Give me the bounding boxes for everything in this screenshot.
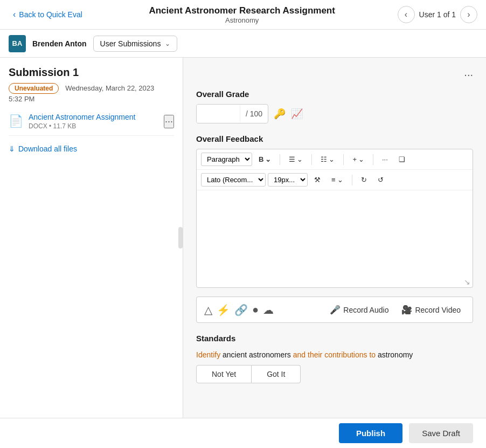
feedback-label: Overall Feedback	[196, 134, 473, 143]
assignment-title: Ancient Astronomer Research Assignment	[87, 5, 398, 16]
stats-icon[interactable]: 📈	[291, 108, 303, 120]
next-user-button[interactable]: ›	[460, 6, 477, 23]
google-drive-icon[interactable]: ●	[252, 304, 259, 316]
toolbar-sep1	[280, 154, 280, 165]
font-select[interactable]: Lato (Recom... Arial	[201, 173, 266, 187]
back-button[interactable]: ‹ Back to Quick Eval	[9, 8, 87, 22]
paragraph-select[interactable]: Paragraph Heading 1 Heading 2	[201, 153, 252, 166]
grade-section-label: Overall Grade	[196, 89, 473, 99]
file-menu-button[interactable]: ···	[164, 115, 174, 128]
camera-icon: 🎥	[401, 305, 412, 315]
standard-identify: Identify	[196, 350, 220, 359]
undo-button[interactable]: ↻	[357, 174, 371, 186]
avatar: BA	[9, 35, 26, 52]
toolbar-sep4	[373, 154, 373, 165]
toolbar-sep3	[343, 154, 344, 165]
list-button[interactable]: ☷ ⌄	[316, 153, 339, 166]
align-button[interactable]: ☰ ⌄	[284, 153, 307, 166]
not-yet-button[interactable]: Not Yet	[196, 365, 252, 383]
content-header: ···	[196, 68, 473, 81]
nav-controls: ‹ User 1 of 1 ›	[398, 6, 477, 23]
content-more-menu-button[interactable]: ···	[464, 68, 473, 81]
sidebar: Submission 1 Unevaluated Wednesday, Marc…	[0, 58, 183, 418]
standard-astronomy: astronomy	[376, 350, 413, 359]
download-icon: ⇓	[9, 144, 15, 153]
download-all-label: Download all files	[18, 144, 77, 153]
align-chevron: ⌄	[297, 155, 303, 163]
insert-chevron: ⌄	[358, 155, 364, 163]
resize-corner-icon: ↘	[464, 278, 470, 286]
standards-title: Standards	[196, 334, 473, 343]
toolbar-sep2	[311, 154, 312, 165]
file-type: DOCX	[29, 122, 47, 130]
file-info: Ancient Astronomer Assignment DOCX • 11.…	[29, 113, 158, 130]
microphone-icon: 🎤	[330, 305, 341, 315]
submission-time: 5:32 PM	[9, 95, 174, 103]
insert-button[interactable]: + ⌄	[348, 153, 369, 166]
prev-user-button[interactable]: ‹	[398, 6, 415, 23]
expand-button[interactable]: ❏	[394, 153, 409, 166]
line-height-chevron: ⌄	[337, 176, 343, 184]
user-bar: BA Brenden Anton User Submissions ⌄	[0, 30, 486, 58]
link-icon[interactable]: 🔗	[234, 304, 248, 316]
bold-button[interactable]: B ⌄	[254, 153, 275, 166]
grade-max: / 100	[240, 105, 268, 122]
record-video-label: Record Video	[415, 306, 461, 314]
more-toolbar-button[interactable]: ···	[378, 153, 392, 166]
standard-contributions: and their contributions	[293, 350, 370, 359]
toolbar-row2: Lato (Recom... Arial 19px... 12px 14px ⚒…	[197, 170, 473, 190]
standard-ancient: ancient astronomers	[220, 350, 293, 359]
file-name[interactable]: Ancient Astronomer Assignment	[29, 113, 158, 121]
feedback-editor-body[interactable]: ↘	[197, 190, 473, 287]
assignment-subtitle: Astronomy	[87, 16, 398, 24]
embed-icon[interactable]: △	[204, 304, 212, 316]
save-draft-button[interactable]: Save Draft	[409, 423, 473, 443]
toolbar-row1: Paragraph Heading 1 Heading 2 B ⌄ ☰ ⌄ ☷ …	[197, 149, 473, 170]
file-doc-icon: 📄	[9, 114, 23, 128]
got-it-button[interactable]: Got It	[252, 365, 301, 383]
file-meta: DOCX • 11.7 KB	[29, 122, 158, 130]
grade-row: / 100 🔑 📈	[196, 104, 473, 123]
key-icon[interactable]: 🔑	[274, 108, 286, 120]
file-size: 11.7 KB	[53, 122, 77, 130]
standard-buttons: Not Yet Got It	[196, 365, 473, 383]
redo-button[interactable]: ↺	[373, 174, 388, 186]
list-icon: ☷	[321, 155, 327, 163]
text-color-icon: ⚒	[314, 176, 321, 184]
standard-to: to	[369, 350, 376, 359]
size-select[interactable]: 19px... 12px 14px	[268, 173, 308, 187]
submission-date: Wednesday, March 22, 2023	[65, 84, 154, 92]
chevron-left-icon: ‹	[13, 10, 16, 19]
grade-input-box: / 100	[196, 104, 268, 123]
list-chevron: ⌄	[329, 155, 335, 163]
unevaluated-badge: Unevaluated	[9, 83, 59, 94]
toolbar-sep5	[352, 175, 352, 185]
standards-section: Standards Identify ancient astronomers a…	[196, 334, 473, 383]
media-toolbar: △ ⚡ 🔗 ● ☁ 🎤 Record Audio 🎥 Record Video	[196, 297, 473, 323]
header-title-block: Ancient Astronomer Research Assignment A…	[87, 5, 398, 24]
content-area: ··· Overall Grade / 100 🔑 📈 Overall Feed…	[183, 58, 486, 418]
plus-icon: +	[352, 155, 357, 163]
text-color-button[interactable]: ⚒	[310, 174, 325, 186]
user-submissions-dropdown[interactable]: User Submissions ⌄	[93, 36, 178, 52]
download-all-button[interactable]: ⇓ Download all files	[9, 144, 77, 153]
resize-handle[interactable]	[178, 227, 183, 249]
publish-button[interactable]: Publish	[339, 423, 402, 443]
record-audio-button[interactable]: 🎤 Record Audio	[325, 302, 393, 317]
file-size-separator: •	[49, 122, 53, 130]
file-item: 📄 Ancient Astronomer Assignment DOCX • 1…	[9, 107, 174, 136]
standard-item: Identify ancient astronomers and their c…	[196, 349, 473, 383]
bold-chevron: ⌄	[265, 155, 271, 163]
back-label: Back to Quick Eval	[19, 10, 82, 19]
line-height-button[interactable]: ≡ ⌄	[327, 174, 348, 186]
expand-icon: ❏	[399, 155, 405, 163]
chevron-down-icon: ⌄	[165, 40, 170, 47]
line-height-icon: ≡	[331, 176, 336, 184]
record-video-button[interactable]: 🎥 Record Video	[397, 302, 465, 317]
grade-input[interactable]	[197, 105, 240, 123]
cloud-icon[interactable]: ☁	[263, 304, 274, 316]
feedback-editor: Paragraph Heading 1 Heading 2 B ⌄ ☰ ⌄ ☷ …	[196, 149, 473, 288]
standard-text: Identify ancient astronomers and their c…	[196, 349, 473, 361]
flash-icon[interactable]: ⚡	[217, 304, 230, 316]
submission-status-row: Unevaluated Wednesday, March 22, 2023	[9, 83, 174, 94]
